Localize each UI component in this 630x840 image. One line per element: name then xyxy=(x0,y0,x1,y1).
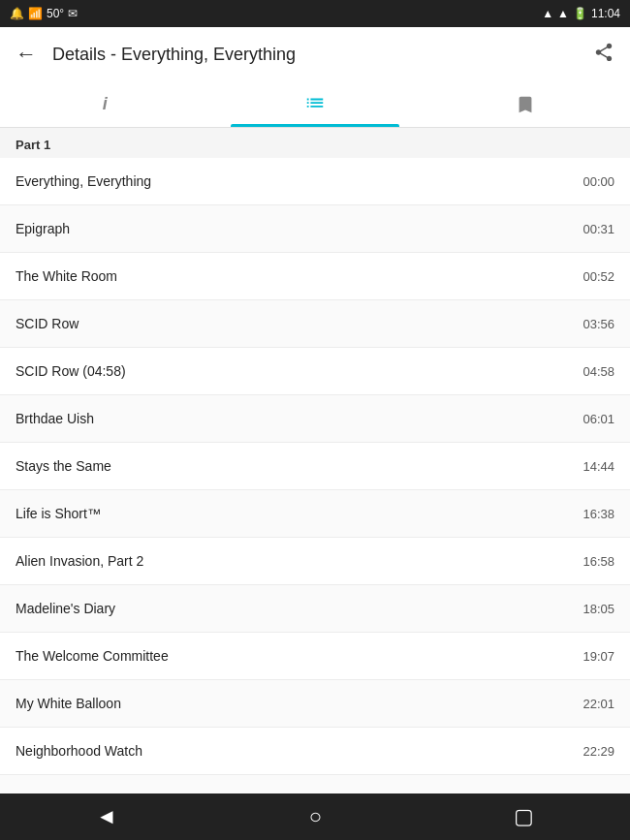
back-button[interactable]: ← xyxy=(16,42,37,67)
track-row[interactable]: I Spy24:58 xyxy=(0,775,630,793)
status-bar: 🔔 📶 50° ✉ ▲ ▲ 🔋 11:04 xyxy=(0,0,630,27)
nav-home-button[interactable]: ○ xyxy=(309,804,322,829)
tab-chapters[interactable] xyxy=(210,81,421,127)
app-bar: ← Details - Everything, Everything xyxy=(0,27,630,81)
track-name: SCID Row (04:58) xyxy=(16,363,126,379)
tab-bar: i xyxy=(0,81,630,128)
track-name: Everything, Everything xyxy=(16,173,151,189)
wifi-status-icon: ▲ xyxy=(557,7,569,20)
track-time: 00:31 xyxy=(583,222,614,236)
wifi-icon: 📶 xyxy=(28,7,43,20)
track-row[interactable]: Madeline's Diary18:05 xyxy=(0,585,630,633)
track-time: 24:58 xyxy=(583,792,614,794)
time-label: 11:04 xyxy=(591,7,620,20)
tab-bookmark[interactable] xyxy=(420,81,630,127)
track-name: SCID Row xyxy=(16,316,79,331)
status-bar-right: ▲ ▲ 🔋 11:04 xyxy=(542,7,620,20)
info-icon: i xyxy=(103,94,108,114)
track-row[interactable]: Neighborhood Watch22:29 xyxy=(0,728,630,775)
nav-recent-button[interactable]: ▢ xyxy=(514,804,534,829)
track-time: 03:56 xyxy=(583,317,614,331)
track-name: My White Balloon xyxy=(16,696,121,711)
bookmark-icon xyxy=(515,94,536,115)
status-bar-left: 🔔 📶 50° ✉ xyxy=(10,7,78,20)
share-button[interactable] xyxy=(593,42,614,68)
bottom-navigation: ◄ ○ ▢ xyxy=(0,793,630,840)
track-time: 04:58 xyxy=(583,364,614,379)
track-row[interactable]: My White Balloon22:01 xyxy=(0,680,630,728)
track-row[interactable]: Life is Short™16:38 xyxy=(0,490,630,538)
track-row[interactable]: Brthdae Uish06:01 xyxy=(0,395,630,443)
notification-icon: 🔔 xyxy=(10,7,24,20)
track-row[interactable]: Alien Invasion, Part 216:58 xyxy=(0,538,630,585)
track-time: 14:44 xyxy=(583,459,614,474)
track-name: Alien Invasion, Part 2 xyxy=(16,553,143,569)
track-time: 18:05 xyxy=(583,602,614,616)
track-time: 00:00 xyxy=(583,174,614,189)
tab-info[interactable]: i xyxy=(0,81,210,127)
track-name: Neighborhood Watch xyxy=(16,743,142,759)
page-title: Details - Everything, Everything xyxy=(52,45,593,65)
chapters-icon xyxy=(304,94,326,115)
track-name: The Welcome Committee xyxy=(16,648,169,664)
track-name: The White Room xyxy=(16,268,117,284)
signal-icon: ▲ xyxy=(542,7,553,20)
track-time: 16:58 xyxy=(583,554,614,569)
track-time: 22:01 xyxy=(583,697,614,711)
track-name: Life is Short™ xyxy=(16,506,101,521)
track-row[interactable]: The White Room00:52 xyxy=(0,253,630,300)
track-row[interactable]: Everything, Everything00:00 xyxy=(0,158,630,205)
track-row[interactable]: Epigraph00:31 xyxy=(0,205,630,253)
track-time: 19:07 xyxy=(583,649,614,664)
track-name: Brthdae Uish xyxy=(16,411,94,426)
share-icon xyxy=(593,42,614,63)
track-time: 00:52 xyxy=(583,269,614,284)
track-name: Madeline's Diary xyxy=(16,601,115,616)
temperature-label: 50° xyxy=(47,7,64,20)
track-time: 06:01 xyxy=(583,412,614,426)
track-time: 16:38 xyxy=(583,507,614,521)
track-row[interactable]: The Welcome Committee19:07 xyxy=(0,633,630,680)
content-area: Part 1Everything, Everything00:00Epigrap… xyxy=(0,128,630,793)
section-header-0: Part 1 xyxy=(0,128,630,158)
message-icon: ✉ xyxy=(68,7,78,20)
track-row[interactable]: SCID Row03:56 xyxy=(0,300,630,348)
track-name: Epigraph xyxy=(16,221,70,236)
track-row[interactable]: SCID Row (04:58)04:58 xyxy=(0,348,630,395)
battery-icon: 🔋 xyxy=(573,7,587,20)
track-name: I Spy xyxy=(16,791,47,793)
nav-back-button[interactable]: ◄ xyxy=(96,804,117,829)
track-name: Stays the Same xyxy=(16,458,111,474)
track-row[interactable]: Stays the Same14:44 xyxy=(0,443,630,490)
track-time: 22:29 xyxy=(583,744,614,759)
